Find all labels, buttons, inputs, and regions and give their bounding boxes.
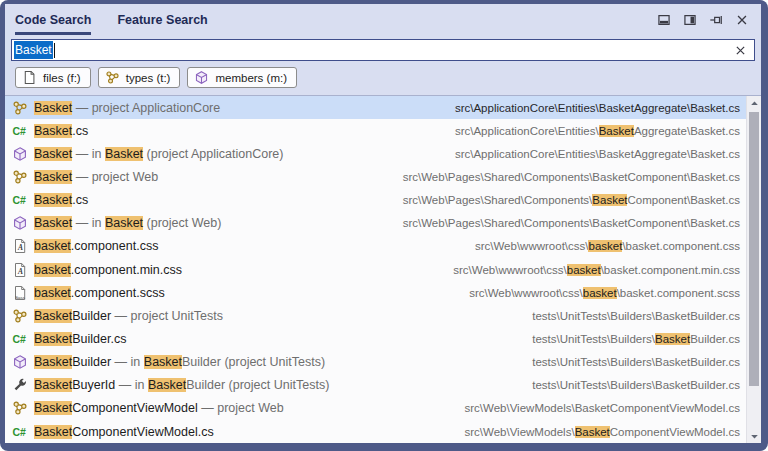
text-caret [54,43,55,58]
document-icon [22,70,37,85]
results-list: Basket — project ApplicationCoresrc\Appl… [5,95,761,443]
result-path: src\Web\Pages\Shared\Components\BasketCo… [391,194,746,206]
search-input-value: Basket [14,41,53,59]
filter-files-label: files (f:) [43,72,81,84]
result-row[interactable]: C#Basket.cssrc\Web\Pages\Shared\Componen… [5,189,746,212]
result-row[interactable]: C#BasketComponentViewModel.cssrc\Web\Vie… [5,420,746,443]
dock-right-icon[interactable] [682,12,697,27]
csharp-icon: C# [12,331,28,347]
result-path: src\ApplicationCore\Entities\BasketAggre… [443,148,746,160]
result-path: tests\UnitTests\Builders\BasketBuilder.c… [520,356,746,368]
scroll-down-icon[interactable] [747,429,761,443]
result-name: Basket — project Web [34,170,158,184]
result-path: src\Web\Pages\Shared\Components\BasketCo… [391,171,746,183]
result-name: basket.component.scss [34,286,165,300]
search-input[interactable]: Basket [11,39,755,61]
filter-chips: files (f:) types (t:) members (m:) [5,61,761,95]
result-name: BasketComponentViewModel — project Web [34,401,284,415]
tab-feature-search[interactable]: Feature Search [117,4,207,35]
svg-text:C#: C# [13,125,27,137]
result-row[interactable]: Basket — project ApplicationCoresrc\Appl… [5,96,746,119]
csharp-icon: C# [12,424,28,440]
svg-text:C#: C# [13,194,27,206]
filter-types-button[interactable]: types (t:) [98,67,181,88]
scrollbar[interactable] [746,96,761,443]
close-icon[interactable] [734,12,749,27]
scrollbar-track[interactable] [747,110,761,429]
result-name: Basket.cs [34,124,88,138]
filter-members-button[interactable]: members (m:) [187,67,297,88]
result-row[interactable]: Abasket.component.csssrc\Web\wwwroot\css… [5,235,746,258]
result-path: src\Web\ViewModels\BasketComponentViewMo… [452,426,746,438]
scroll-up-icon[interactable] [747,96,761,110]
result-row[interactable]: C#Basket.cssrc\ApplicationCore\Entities\… [5,119,746,142]
result-name: Basket — project ApplicationCore [34,101,220,115]
method-icon [12,215,28,231]
result-row[interactable]: BasketComponentViewModel — project Websr… [5,397,746,420]
result-name: BasketBuyerId — in BasketBuilder (projec… [34,378,329,392]
tab-feature-search-label: Feature Search [117,13,207,27]
result-path: src\Web\wwwroot\css\basket\basket.compon… [457,287,746,299]
result-path: src\ApplicationCore\Entities\BasketAggre… [443,102,746,114]
result-row[interactable]: BasketBuyerId — in BasketBuilder (projec… [5,374,746,397]
result-rows: Basket — project ApplicationCoresrc\Appl… [5,96,746,443]
svg-text:A: A [17,266,23,275]
filter-files-button[interactable]: files (f:) [15,67,91,88]
result-name: Basket — in Basket (project ApplicationC… [34,147,283,161]
result-path: src\Web\Pages\Shared\Components\BasketCo… [391,217,746,229]
class-icon [105,70,120,85]
window-content: Code Search Feature Search Basket [5,4,761,443]
search-row: Basket [5,35,761,61]
result-name: Basket — in Basket (project Web) [34,216,221,230]
result-row[interactable]: BasketBuilder — project UnitTeststests\U… [5,304,746,327]
clear-search-icon[interactable] [734,44,747,57]
result-row[interactable]: Basket — in Basket (project Web)src\Web\… [5,212,746,235]
pin-icon[interactable] [708,12,723,27]
result-path: src\Web\wwwroot\css\basket\basket.compon… [463,240,746,252]
tab-strip: Code Search Feature Search [15,4,208,35]
result-row[interactable]: Basket — project Websrc\Web\Pages\Shared… [5,165,746,188]
csharp-icon: C# [12,192,28,208]
class-icon [12,100,28,116]
css-file-icon: A [12,238,28,254]
result-name: Basket.cs [34,193,88,207]
class-icon [12,308,28,324]
result-row[interactable]: BasketBuilder — in BasketBuilder (projec… [5,351,746,374]
class-icon [12,400,28,416]
titlebar: Code Search Feature Search [5,4,761,35]
code-search-window: Code Search Feature Search Basket [0,0,768,451]
result-path: src\ApplicationCore\Entities\BasketAggre… [443,125,746,137]
dock-bottom-icon[interactable] [656,12,671,27]
filter-types-label: types (t:) [126,72,171,84]
result-name: basket.component.min.css [34,263,182,277]
filter-members-label: members (m:) [215,72,287,84]
result-row[interactable]: C#BasketBuilder.cstests\UnitTests\Builde… [5,327,746,350]
result-name: basket.component.css [34,239,158,253]
svg-text:Sass: Sass [15,295,26,300]
result-path: src\Web\wwwroot\css\basket\basket.compon… [441,264,746,276]
tab-code-search[interactable]: Code Search [15,4,91,35]
tab-code-search-label: Code Search [15,13,91,27]
svg-text:A: A [17,243,23,252]
method-icon [12,146,28,162]
method-icon [194,70,209,85]
class-icon [12,169,28,185]
result-row[interactable]: Sassbasket.component.scsssrc\Web\wwwroot… [5,281,746,304]
result-name: BasketBuilder — project UnitTests [34,309,223,323]
result-path: tests\UnitTests\Builders\BasketBuilder.c… [520,333,746,345]
result-name: BasketBuilder.cs [34,332,126,346]
result-path: tests\UnitTests\Builders\BasketBuilder.c… [520,310,746,322]
result-row[interactable]: Abasket.component.min.csssrc\Web\wwwroot… [5,258,746,281]
result-name: BasketComponentViewModel.cs [34,425,214,439]
scrollbar-thumb[interactable] [749,112,759,386]
method-icon [12,354,28,370]
scss-file-icon: Sass [12,285,28,301]
result-path: tests\UnitTests\Builders\BasketBuilder.c… [520,379,746,391]
result-name: BasketBuilder — in BasketBuilder (projec… [34,355,325,369]
svg-text:C#: C# [13,426,27,438]
css-file-icon: A [12,262,28,278]
window-buttons [656,4,749,35]
csharp-icon: C# [12,123,28,139]
svg-text:C#: C# [13,333,27,345]
result-row[interactable]: Basket — in Basket (project ApplicationC… [5,142,746,165]
